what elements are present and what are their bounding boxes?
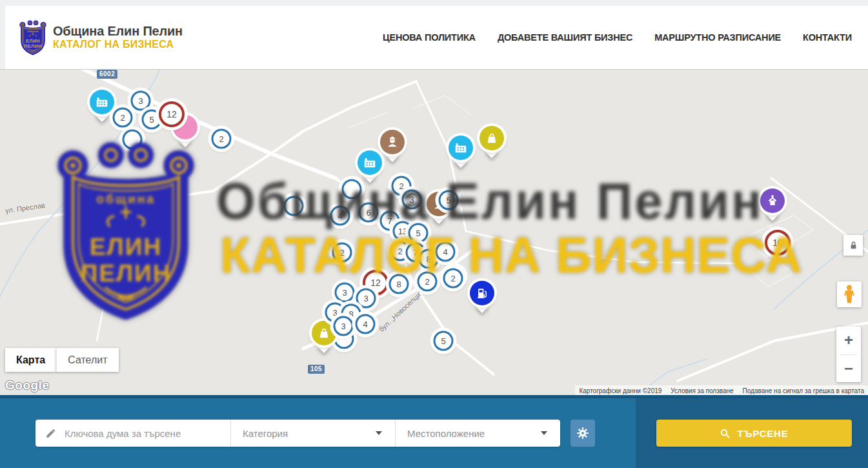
cluster-marker[interactable]: 3 (131, 91, 151, 111)
brand-text: Община Елин Пелин КАТАЛОГ НА БИЗНЕСА (53, 24, 183, 50)
street-label-2: бул. „Новоселци“ (378, 289, 424, 333)
keyword-search-input[interactable] (65, 428, 224, 439)
cluster-marker[interactable]: 3 (402, 190, 422, 210)
cluster-marker[interactable] (284, 196, 304, 216)
street-label-1: ул. Преслав (5, 201, 45, 214)
nav-item-3[interactable]: МАРШРУТНО РАЗПИСАНИЕ (654, 32, 781, 43)
factory-icon (90, 90, 114, 114)
bag-pin[interactable] (312, 321, 336, 345)
cluster-marker[interactable]: 2 (212, 129, 232, 149)
pegman-icon (843, 285, 856, 304)
location-select-label: Местоположение (407, 428, 485, 439)
category-select-label: Категория (243, 428, 288, 439)
church-pin[interactable] (760, 188, 785, 213)
cluster-marker[interactable]: 5 (409, 223, 429, 243)
cluster-marker[interactable]: 10 (765, 230, 791, 256)
search-button[interactable]: ТЪРСЕНЕ (656, 420, 852, 447)
cluster-marker[interactable]: 6 (359, 203, 379, 223)
gear-icon (576, 426, 590, 440)
category-select[interactable]: Категория (230, 420, 395, 447)
cluster-marker[interactable] (123, 130, 143, 150)
road-label-105: 105 (308, 365, 325, 374)
page: община ЕЛИН ПЕЛИН Община Елин Пелин КАТА… (0, 0, 868, 468)
map-type-map-button[interactable]: Карта (5, 348, 56, 372)
cluster-marker[interactable]: 3 (334, 316, 354, 336)
cluster-marker[interactable]: 5 (439, 190, 459, 210)
lock-button[interactable] (843, 235, 863, 256)
attribution-link[interactable]: Подаване на сигнал за грешка в картата (743, 387, 864, 394)
brand-logo[interactable]: община ЕЛИН ПЕЛИН Община Елин Пелин КАТА… (19, 19, 183, 56)
zoom-out-button[interactable]: − (836, 355, 861, 383)
nav-item-4[interactable]: КОНТАКТИ (803, 32, 852, 43)
municipality-crest-icon: община ЕЛИН ПЕЛИН (19, 19, 46, 56)
factory-pin[interactable] (90, 90, 114, 114)
search-bar: Категория Местоположение (0, 395, 868, 468)
nav-item-2[interactable]: ДОБАВЕТЕ ВАШИЯТ БИЗНЕС (498, 32, 632, 43)
factory-pin[interactable] (449, 136, 473, 160)
zoom-in-button[interactable]: + (836, 327, 861, 354)
bag-icon (312, 321, 336, 345)
worker-icon (380, 130, 405, 154)
search-bar-top-strip (0, 395, 868, 398)
google-logo[interactable]: Google (5, 378, 49, 392)
advanced-settings-button[interactable] (570, 420, 595, 447)
cluster-marker[interactable]: 2 (113, 108, 133, 128)
site-title: Община Елин Пелин (53, 24, 183, 39)
cluster-marker[interactable]: 8 (389, 274, 409, 294)
lock-icon (848, 239, 859, 251)
cluster-marker[interactable]: 3 (356, 289, 376, 309)
crest-name-line2: ПЕЛИН (24, 43, 42, 48)
fuel-pin[interactable] (470, 281, 494, 305)
church-icon (760, 188, 785, 213)
attribution-copyright: Картографски данни ©2019 (579, 387, 661, 394)
cluster-marker[interactable]: 3 (335, 283, 355, 303)
header: община ЕЛИН ПЕЛИН Община Елин Пелин КАТА… (5, 6, 868, 69)
fuel-icon (470, 281, 494, 305)
factory-icon (449, 136, 473, 160)
map-type-control: Карта Сателит (5, 348, 119, 372)
pegman-button[interactable] (837, 281, 862, 307)
cluster-marker[interactable]: 2 (332, 243, 352, 263)
search-button-label: ТЪРСЕНЕ (737, 428, 788, 439)
cluster-marker[interactable]: 4 (330, 206, 350, 226)
cluster-marker[interactable]: 2 (418, 272, 438, 292)
bag-pin[interactable] (479, 126, 504, 150)
attribution-link[interactable]: Условия за ползване (671, 387, 733, 394)
cluster-marker[interactable]: 2 (443, 269, 463, 289)
crest-region-text: община (27, 30, 39, 33)
crest-name-line1: ЕЛИН (26, 37, 40, 43)
marker-layer: 6002105ул. Преславбул. „Новоселци“ци“325… (0, 70, 868, 395)
chevron-down-icon (376, 431, 382, 435)
pencil-icon (45, 427, 57, 439)
search-icon (720, 428, 731, 439)
site-subtitle: КАТАЛОГ НА БИЗНЕСА (53, 39, 183, 50)
chevron-down-icon (541, 431, 547, 435)
map-type-satellite-button[interactable]: Сателит (56, 348, 118, 372)
zoom-control: + − (836, 327, 861, 382)
bag-icon (479, 126, 504, 150)
main-nav: ЦЕНОВА ПОЛИТИКАДОБАВЕТЕ ВАШИЯТ БИЗНЕСМАР… (383, 32, 852, 43)
location-select[interactable]: Местоположение (395, 420, 560, 447)
map-attribution: Картографски данни ©2019Условия за ползв… (575, 385, 868, 395)
worker-pin[interactable] (380, 130, 405, 154)
factory-pin[interactable] (358, 150, 382, 175)
keyword-field-wrap (35, 420, 230, 447)
cluster-marker[interactable]: 12 (159, 101, 185, 127)
cluster-marker[interactable]: 4 (356, 314, 376, 334)
road-label-6002: 6002 (97, 70, 117, 79)
cluster-marker[interactable] (342, 179, 362, 199)
factory-icon (358, 150, 382, 175)
map-canvas[interactable]: 6002105ул. Преславбул. „Новоселци“ци“325… (0, 69, 868, 395)
cluster-marker[interactable]: 4 (436, 242, 456, 262)
search-fields: Категория Местоположение (35, 420, 560, 447)
nav-item-1[interactable]: ЦЕНОВА ПОЛИТИКА (383, 32, 476, 43)
cluster-marker[interactable]: 5 (434, 331, 454, 351)
